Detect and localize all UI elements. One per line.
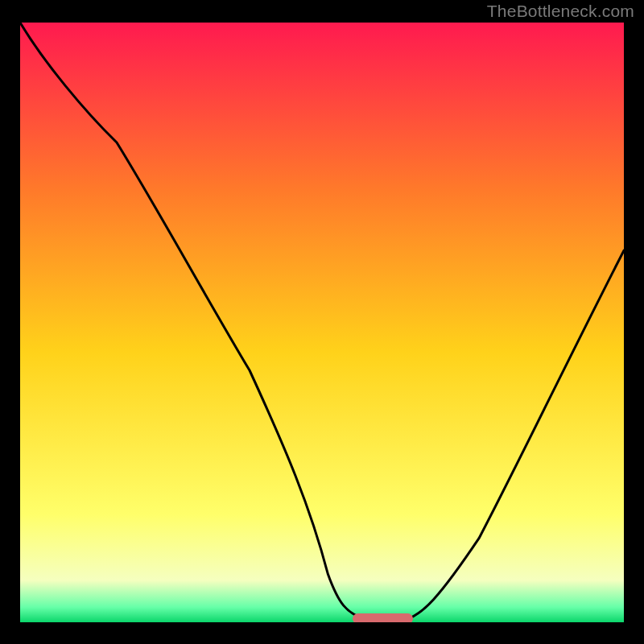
curve-path-left <box>20 23 367 619</box>
curve-path-right <box>407 250 624 619</box>
optimal-range-marker <box>353 613 413 622</box>
bottleneck-curve <box>20 23 624 622</box>
chart-frame: TheBottleneck.com <box>0 0 644 644</box>
plot-area <box>20 23 624 622</box>
attribution-text: TheBottleneck.com <box>487 2 634 21</box>
